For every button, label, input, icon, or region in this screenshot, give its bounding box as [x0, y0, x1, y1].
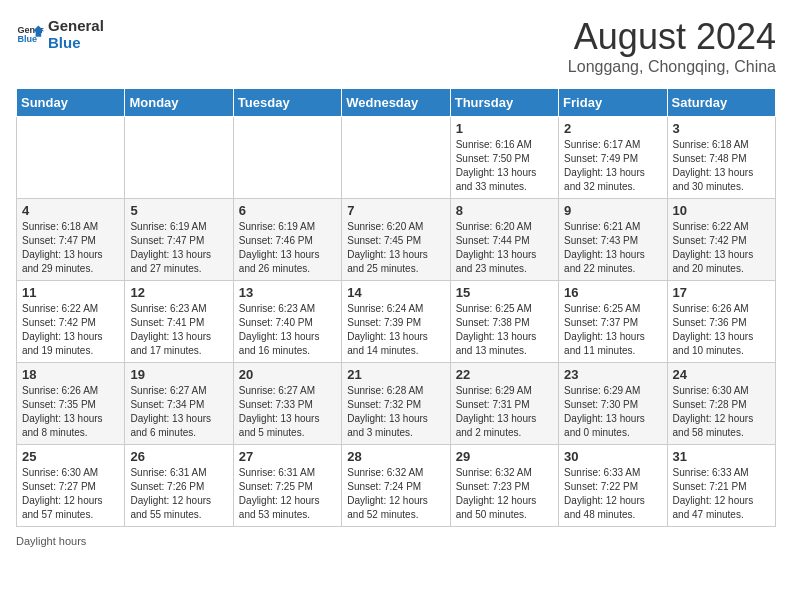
page-header: General Blue General Blue August 2024 Lo… [16, 16, 776, 76]
day-number: 4 [22, 203, 119, 218]
logo-blue-text: Blue [48, 35, 104, 52]
day-info: Sunrise: 6:25 AM Sunset: 7:37 PM Dayligh… [564, 302, 661, 358]
day-number: 17 [673, 285, 770, 300]
weekday-header-monday: Monday [125, 89, 233, 117]
day-info: Sunrise: 6:33 AM Sunset: 7:22 PM Dayligh… [564, 466, 661, 522]
calendar-cell: 19Sunrise: 6:27 AM Sunset: 7:34 PM Dayli… [125, 363, 233, 445]
day-info: Sunrise: 6:29 AM Sunset: 7:30 PM Dayligh… [564, 384, 661, 440]
day-number: 28 [347, 449, 444, 464]
day-info: Sunrise: 6:22 AM Sunset: 7:42 PM Dayligh… [673, 220, 770, 276]
day-info: Sunrise: 6:32 AM Sunset: 7:24 PM Dayligh… [347, 466, 444, 522]
day-info: Sunrise: 6:20 AM Sunset: 7:44 PM Dayligh… [456, 220, 553, 276]
day-number: 27 [239, 449, 336, 464]
calendar-cell: 30Sunrise: 6:33 AM Sunset: 7:22 PM Dayli… [559, 445, 667, 527]
svg-text:Blue: Blue [17, 34, 37, 44]
calendar-cell: 25Sunrise: 6:30 AM Sunset: 7:27 PM Dayli… [17, 445, 125, 527]
day-info: Sunrise: 6:18 AM Sunset: 7:48 PM Dayligh… [673, 138, 770, 194]
calendar-cell: 3Sunrise: 6:18 AM Sunset: 7:48 PM Daylig… [667, 117, 775, 199]
day-number: 10 [673, 203, 770, 218]
day-number: 16 [564, 285, 661, 300]
weekday-header-thursday: Thursday [450, 89, 558, 117]
day-info: Sunrise: 6:25 AM Sunset: 7:38 PM Dayligh… [456, 302, 553, 358]
day-number: 19 [130, 367, 227, 382]
day-info: Sunrise: 6:29 AM Sunset: 7:31 PM Dayligh… [456, 384, 553, 440]
calendar-cell [233, 117, 341, 199]
day-info: Sunrise: 6:19 AM Sunset: 7:47 PM Dayligh… [130, 220, 227, 276]
day-info: Sunrise: 6:31 AM Sunset: 7:25 PM Dayligh… [239, 466, 336, 522]
calendar-cell [342, 117, 450, 199]
day-number: 18 [22, 367, 119, 382]
day-number: 31 [673, 449, 770, 464]
logo: General Blue General Blue [16, 16, 104, 51]
day-info: Sunrise: 6:26 AM Sunset: 7:35 PM Dayligh… [22, 384, 119, 440]
day-info: Sunrise: 6:27 AM Sunset: 7:34 PM Dayligh… [130, 384, 227, 440]
weekday-header-row: SundayMondayTuesdayWednesdayThursdayFrid… [17, 89, 776, 117]
calendar-cell: 9Sunrise: 6:21 AM Sunset: 7:43 PM Daylig… [559, 199, 667, 281]
day-number: 24 [673, 367, 770, 382]
day-number: 22 [456, 367, 553, 382]
logo-icon: General Blue [16, 20, 44, 48]
day-info: Sunrise: 6:24 AM Sunset: 7:39 PM Dayligh… [347, 302, 444, 358]
calendar-cell: 27Sunrise: 6:31 AM Sunset: 7:25 PM Dayli… [233, 445, 341, 527]
day-info: Sunrise: 6:19 AM Sunset: 7:46 PM Dayligh… [239, 220, 336, 276]
day-info: Sunrise: 6:23 AM Sunset: 7:40 PM Dayligh… [239, 302, 336, 358]
day-info: Sunrise: 6:21 AM Sunset: 7:43 PM Dayligh… [564, 220, 661, 276]
day-number: 20 [239, 367, 336, 382]
calendar-cell: 11Sunrise: 6:22 AM Sunset: 7:42 PM Dayli… [17, 281, 125, 363]
weekday-header-tuesday: Tuesday [233, 89, 341, 117]
day-info: Sunrise: 6:23 AM Sunset: 7:41 PM Dayligh… [130, 302, 227, 358]
calendar-cell: 31Sunrise: 6:33 AM Sunset: 7:21 PM Dayli… [667, 445, 775, 527]
calendar-cell: 28Sunrise: 6:32 AM Sunset: 7:24 PM Dayli… [342, 445, 450, 527]
footer-note: Daylight hours [16, 535, 776, 547]
day-number: 25 [22, 449, 119, 464]
weekday-header-wednesday: Wednesday [342, 89, 450, 117]
calendar-cell: 12Sunrise: 6:23 AM Sunset: 7:41 PM Dayli… [125, 281, 233, 363]
calendar-cell [17, 117, 125, 199]
week-row-2: 11Sunrise: 6:22 AM Sunset: 7:42 PM Dayli… [17, 281, 776, 363]
day-info: Sunrise: 6:18 AM Sunset: 7:47 PM Dayligh… [22, 220, 119, 276]
day-number: 7 [347, 203, 444, 218]
day-info: Sunrise: 6:28 AM Sunset: 7:32 PM Dayligh… [347, 384, 444, 440]
calendar-cell: 26Sunrise: 6:31 AM Sunset: 7:26 PM Dayli… [125, 445, 233, 527]
location-subtitle: Longgang, Chongqing, China [568, 58, 776, 76]
weekday-header-sunday: Sunday [17, 89, 125, 117]
day-number: 5 [130, 203, 227, 218]
calendar-cell: 22Sunrise: 6:29 AM Sunset: 7:31 PM Dayli… [450, 363, 558, 445]
day-info: Sunrise: 6:31 AM Sunset: 7:26 PM Dayligh… [130, 466, 227, 522]
calendar-cell: 8Sunrise: 6:20 AM Sunset: 7:44 PM Daylig… [450, 199, 558, 281]
calendar-cell: 24Sunrise: 6:30 AM Sunset: 7:28 PM Dayli… [667, 363, 775, 445]
calendar-cell: 29Sunrise: 6:32 AM Sunset: 7:23 PM Dayli… [450, 445, 558, 527]
day-number: 8 [456, 203, 553, 218]
calendar-cell: 2Sunrise: 6:17 AM Sunset: 7:49 PM Daylig… [559, 117, 667, 199]
day-info: Sunrise: 6:27 AM Sunset: 7:33 PM Dayligh… [239, 384, 336, 440]
calendar-cell: 15Sunrise: 6:25 AM Sunset: 7:38 PM Dayli… [450, 281, 558, 363]
day-number: 11 [22, 285, 119, 300]
day-info: Sunrise: 6:16 AM Sunset: 7:50 PM Dayligh… [456, 138, 553, 194]
day-info: Sunrise: 6:20 AM Sunset: 7:45 PM Dayligh… [347, 220, 444, 276]
day-number: 3 [673, 121, 770, 136]
calendar-cell: 21Sunrise: 6:28 AM Sunset: 7:32 PM Dayli… [342, 363, 450, 445]
calendar-cell: 6Sunrise: 6:19 AM Sunset: 7:46 PM Daylig… [233, 199, 341, 281]
weekday-header-friday: Friday [559, 89, 667, 117]
day-number: 23 [564, 367, 661, 382]
day-number: 1 [456, 121, 553, 136]
calendar-cell: 23Sunrise: 6:29 AM Sunset: 7:30 PM Dayli… [559, 363, 667, 445]
day-info: Sunrise: 6:32 AM Sunset: 7:23 PM Dayligh… [456, 466, 553, 522]
logo-general-text: General [48, 18, 104, 35]
day-info: Sunrise: 6:30 AM Sunset: 7:28 PM Dayligh… [673, 384, 770, 440]
day-number: 6 [239, 203, 336, 218]
calendar-cell: 13Sunrise: 6:23 AM Sunset: 7:40 PM Dayli… [233, 281, 341, 363]
calendar-table: SundayMondayTuesdayWednesdayThursdayFrid… [16, 88, 776, 527]
calendar-cell: 16Sunrise: 6:25 AM Sunset: 7:37 PM Dayli… [559, 281, 667, 363]
calendar-cell: 4Sunrise: 6:18 AM Sunset: 7:47 PM Daylig… [17, 199, 125, 281]
weekday-header-saturday: Saturday [667, 89, 775, 117]
calendar-cell: 1Sunrise: 6:16 AM Sunset: 7:50 PM Daylig… [450, 117, 558, 199]
week-row-3: 18Sunrise: 6:26 AM Sunset: 7:35 PM Dayli… [17, 363, 776, 445]
day-number: 12 [130, 285, 227, 300]
calendar-cell: 10Sunrise: 6:22 AM Sunset: 7:42 PM Dayli… [667, 199, 775, 281]
day-number: 21 [347, 367, 444, 382]
calendar-cell: 7Sunrise: 6:20 AM Sunset: 7:45 PM Daylig… [342, 199, 450, 281]
calendar-cell [125, 117, 233, 199]
day-info: Sunrise: 6:22 AM Sunset: 7:42 PM Dayligh… [22, 302, 119, 358]
day-number: 15 [456, 285, 553, 300]
